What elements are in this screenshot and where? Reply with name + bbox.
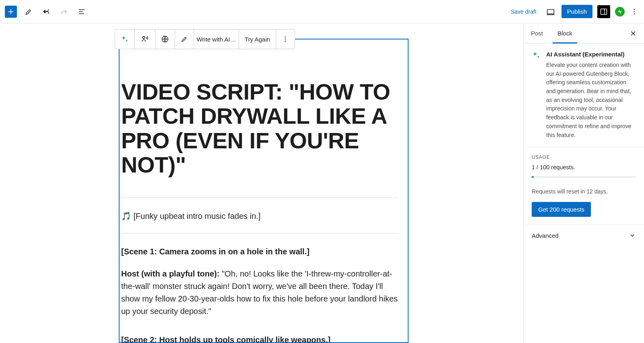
- redo-button: [58, 6, 70, 18]
- divider: [121, 233, 398, 233]
- host-label: Host (with a playful tone):: [121, 269, 219, 278]
- ai-assistant-description: Elevate your content creation with our A…: [546, 61, 636, 139]
- settings-panel-toggle[interactable]: [597, 5, 610, 18]
- publish-button[interactable]: Publish: [561, 5, 592, 18]
- usage-progress-fill: [532, 176, 534, 178]
- svg-point-8: [285, 39, 286, 39]
- language-button[interactable]: [155, 29, 175, 49]
- svg-point-7: [285, 37, 286, 37]
- ai-assistant-title: AI Assistant (Experimental): [546, 51, 636, 58]
- scene-2-heading: [Scene 2: Host holds up tools comically …: [121, 334, 398, 343]
- ai-assistant-panel: AI Assistant (Experimental) Elevate your…: [524, 44, 644, 147]
- ai-sparkle-icon: [532, 51, 541, 60]
- undo-button[interactable]: [40, 6, 52, 18]
- ai-assistant-icon-button[interactable]: [115, 29, 135, 49]
- advanced-section-toggle[interactable]: Advanced: [524, 225, 644, 246]
- tab-block[interactable]: Block: [550, 23, 580, 43]
- usage-panel: USAGE 1 / 100 requests. Requests will re…: [524, 147, 644, 225]
- ai-assistant-block[interactable]: VIDEO SCRIPT: "HOW TO PATCH DRYWALL LIKE…: [119, 39, 409, 343]
- svg-rect-1: [601, 9, 607, 14]
- block-toolbar: Write with AI… Try Again: [115, 29, 295, 49]
- usage-count: 1 / 100 requests.: [532, 164, 636, 170]
- usage-progress-bar: [532, 176, 636, 178]
- more-options-button[interactable]: [630, 7, 639, 17]
- tab-post[interactable]: Post: [524, 23, 550, 43]
- svg-rect-0: [547, 9, 554, 14]
- music-cue-text: 🎵 [Funky upbeat intro music fades in.]: [121, 210, 398, 222]
- document-outline-button[interactable]: [76, 6, 88, 18]
- save-draft-button[interactable]: Save draft: [508, 6, 540, 17]
- svg-point-3: [634, 11, 635, 12]
- usage-reset-text: Requests will reset in 12 days.: [532, 188, 636, 195]
- host-line: Host (with a playful tone): "Oh, no! Loo…: [121, 268, 398, 318]
- usage-label: USAGE: [532, 154, 636, 160]
- sidebar-tabs: Post Block: [524, 23, 644, 44]
- editor-canvas: Write with AI… Try Again VIDEO SCRIPT: "…: [0, 23, 523, 343]
- scene-1-heading: [Scene 1: Camera zooms in on a hole in t…: [121, 245, 398, 258]
- advanced-label: Advanced: [532, 232, 559, 239]
- svg-point-5: [143, 37, 145, 39]
- try-again-button[interactable]: Try Again: [239, 29, 276, 49]
- jetpack-icon[interactable]: [615, 7, 625, 17]
- chevron-down-icon: [629, 232, 636, 239]
- topbar: Save draft Publish: [0, 0, 644, 23]
- get-requests-button[interactable]: Get 200 requests: [532, 202, 591, 217]
- workspace: Write with AI… Try Again VIDEO SCRIPT: "…: [0, 23, 644, 343]
- svg-point-4: [634, 13, 635, 14]
- divider: [121, 197, 398, 198]
- edit-tone-button[interactable]: [175, 29, 194, 49]
- svg-point-9: [285, 41, 286, 42]
- post-title[interactable]: VIDEO SCRIPT: "HOW TO PATCH DRYWALL LIKE…: [121, 80, 398, 177]
- svg-point-2: [634, 9, 635, 10]
- preview-button[interactable]: [545, 6, 557, 18]
- settings-sidebar: Post Block AI Assistant (Experimental) E…: [523, 23, 644, 343]
- write-with-ai-button[interactable]: Write with AI…: [194, 29, 239, 49]
- block-more-button[interactable]: [276, 29, 295, 49]
- close-sidebar-button[interactable]: [626, 23, 640, 43]
- voice-button[interactable]: [135, 29, 155, 49]
- edit-mode-button[interactable]: [23, 6, 35, 18]
- add-block-button[interactable]: [5, 6, 17, 18]
